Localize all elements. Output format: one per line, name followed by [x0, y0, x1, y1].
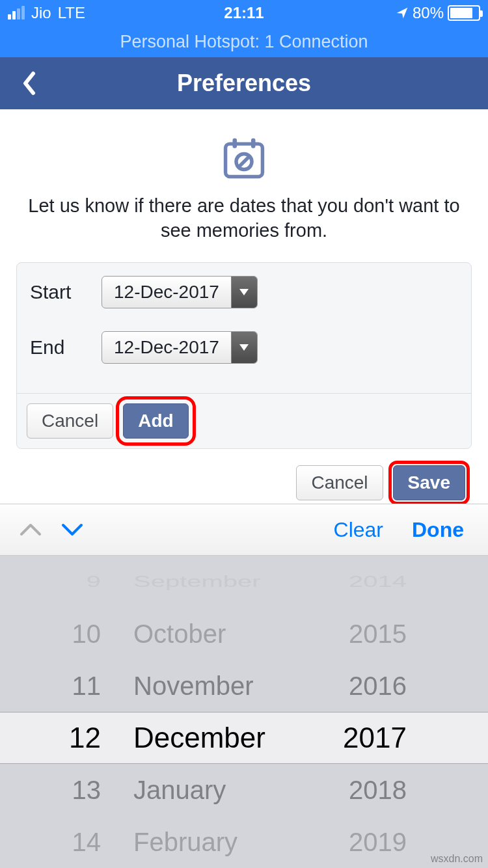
hotspot-bar[interactable]: Personal Hotspot: 1 Connection [0, 26, 488, 57]
picker-year: 2019 [335, 828, 433, 857]
picker-day: 13 [55, 776, 120, 805]
prev-field-button[interactable] [16, 515, 45, 544]
date-range-card: Start 12-Dec-2017 End 12-Dec-2017 [16, 262, 472, 449]
picker-month: January [120, 776, 335, 805]
watermark: wsxdn.com [431, 853, 483, 865]
card-actions: Cancel Add [17, 393, 471, 448]
next-field-button[interactable] [58, 515, 87, 544]
picker-year: 2015 [335, 619, 433, 649]
status-bar: Jio LTE 21:11 80% [0, 0, 488, 26]
chevron-up-icon [19, 522, 42, 537]
picker-month: December [120, 722, 335, 754]
carrier-label: Jio [31, 4, 51, 22]
end-date-row: End 12-Dec-2017 [30, 331, 458, 364]
status-left: Jio LTE [8, 4, 224, 22]
picker-day: 9 [55, 573, 120, 591]
picker-day: 11 [55, 671, 120, 701]
picker-row-selected[interactable]: 12 December 2017 [0, 712, 488, 764]
page-cancel-button[interactable]: Cancel [296, 465, 383, 500]
clock: 21:11 [224, 4, 264, 22]
picker-year: 2018 [335, 776, 433, 805]
content-area: Let us know if there are dates that you … [0, 109, 488, 513]
status-right: 80% [264, 4, 480, 22]
dropdown-arrow-icon [231, 277, 257, 308]
calendar-block-icon [13, 135, 475, 181]
picker-day: 14 [55, 828, 120, 857]
svg-marker-5 [239, 289, 249, 295]
battery-icon [448, 5, 480, 21]
page-title: Preferences [0, 70, 488, 97]
picker-month: November [120, 671, 335, 701]
chevron-down-icon [61, 522, 84, 537]
dropdown-arrow-icon [231, 332, 257, 363]
cancel-button[interactable]: Cancel [27, 403, 113, 439]
end-label: End [30, 336, 82, 359]
chevron-left-icon [21, 71, 37, 96]
picker-year: 2017 [335, 722, 433, 754]
picker-row[interactable]: 14 February 2019 [0, 816, 488, 868]
svg-marker-6 [239, 344, 249, 351]
picker-month: February [120, 828, 335, 857]
nav-bar: Preferences [0, 57, 488, 109]
svg-line-4 [239, 157, 249, 167]
signal-icon [8, 7, 25, 20]
start-date-row: Start 12-Dec-2017 [30, 276, 458, 308]
picker-day: 10 [55, 619, 120, 649]
picker-year: 2016 [335, 671, 433, 701]
picker-row[interactable]: 13 January 2018 [0, 764, 488, 816]
end-date-select[interactable]: 12-Dec-2017 [102, 331, 258, 364]
done-button[interactable]: Done [404, 518, 472, 542]
date-picker[interactable]: 9 September 2014 10 October 2015 11 Nove… [0, 556, 488, 868]
start-label: Start [30, 281, 82, 303]
page-actions: Cancel Save [13, 449, 475, 500]
svg-rect-1 [233, 138, 237, 148]
battery-percent: 80% [413, 4, 444, 22]
picker-toolbar: Clear Done [0, 504, 488, 556]
end-date-value: 12-Dec-2017 [102, 332, 231, 363]
picker-row[interactable]: 9 September 2014 [0, 566, 488, 597]
picker-row[interactable]: 11 November 2016 [0, 660, 488, 712]
back-button[interactable] [10, 64, 49, 103]
picker-month: September [120, 573, 335, 591]
svg-rect-2 [251, 138, 256, 148]
network-label: LTE [58, 4, 85, 22]
picker-row[interactable]: 10 October 2015 [0, 608, 488, 660]
start-date-value: 12-Dec-2017 [102, 277, 231, 308]
picker-day: 12 [55, 722, 120, 754]
instructions-text: Let us know if there are dates that you … [13, 194, 475, 243]
save-button[interactable]: Save [393, 465, 465, 500]
add-button[interactable]: Add [123, 403, 188, 439]
picker-year: 2014 [335, 573, 433, 591]
location-icon [396, 7, 409, 20]
picker-month: October [120, 619, 335, 649]
clear-button[interactable]: Clear [326, 518, 391, 542]
start-date-select[interactable]: 12-Dec-2017 [102, 276, 258, 308]
